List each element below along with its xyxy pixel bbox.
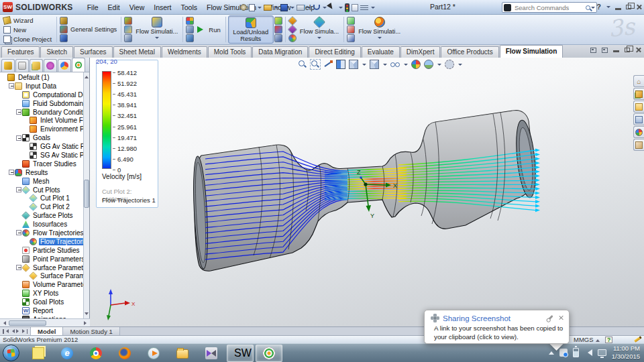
battery-icon[interactable] xyxy=(573,348,579,357)
taskbar-chrome[interactable] xyxy=(83,345,109,362)
tree-item-xy-plots[interactable]: XY Plots xyxy=(0,289,83,298)
search-tools-icon[interactable] xyxy=(124,34,132,42)
quick-tips-icon[interactable] xyxy=(605,337,612,343)
tree-item-computational-don[interactable]: Computational Don xyxy=(0,90,83,99)
scroll-right-icon[interactable] xyxy=(84,321,89,325)
options-icon[interactable] xyxy=(360,4,368,11)
animation-icon[interactable] xyxy=(288,34,297,42)
expand-toggle-icon[interactable] xyxy=(16,109,21,115)
previous-tab-icon[interactable] xyxy=(10,329,15,333)
solve-icon[interactable] xyxy=(186,25,194,34)
general-settings-button[interactable]: General Settings xyxy=(68,15,119,44)
tab-direct-editing[interactable]: Direct Editing xyxy=(309,46,360,58)
minimize-document-icon[interactable] xyxy=(613,50,619,52)
tree-item-cut-plots[interactable]: Cut Plots xyxy=(0,186,83,194)
expand-toggle-icon[interactable] xyxy=(9,170,14,175)
network-icon[interactable] xyxy=(598,349,606,356)
expand-toggle-icon[interactable] xyxy=(16,135,21,141)
minimize-button[interactable] xyxy=(615,8,621,10)
popup-message[interactable]: A link to your screenshot has been copie… xyxy=(434,324,566,341)
load-unload-results-button[interactable]: Load/Unload Results xyxy=(228,15,274,44)
menu-edit[interactable]: Edit xyxy=(103,2,125,13)
tree-item-particle-studies[interactable]: Particle Studies xyxy=(0,246,83,255)
task-pane-toolbox[interactable] xyxy=(633,113,644,125)
chevron-down-icon[interactable] xyxy=(339,7,343,11)
goal-plot-icon[interactable] xyxy=(347,25,355,34)
tab-dimxpert[interactable]: DimXpert xyxy=(400,46,441,58)
restore-button[interactable] xyxy=(626,5,631,9)
clone-project-button[interactable]: Clone Project xyxy=(2,36,54,43)
chevron-down-icon[interactable] xyxy=(383,64,387,68)
tree-vertical-scrollbar[interactable] xyxy=(83,72,89,318)
hide-show-items-icon[interactable] xyxy=(390,60,400,69)
chevron-down-icon[interactable] xyxy=(371,7,375,11)
tree-item-cut-plot-2[interactable]: Cut Plot 2 xyxy=(0,202,83,211)
command-search[interactable] xyxy=(502,2,597,13)
expand-toggle-icon[interactable] xyxy=(16,230,21,235)
tab-flow-simulation[interactable]: Flow Simulation xyxy=(500,45,564,58)
tab-property-manager[interactable] xyxy=(15,59,29,72)
chevron-down-icon[interactable] xyxy=(437,64,441,68)
taskbar-wmp[interactable] xyxy=(140,345,167,362)
sharing-screenshot-popup[interactable]: Sharing Screenshot A link to your screen… xyxy=(424,310,570,344)
batch-run-icon[interactable] xyxy=(186,34,194,42)
scroll-down-icon[interactable] xyxy=(85,312,89,317)
popup-settings-icon[interactable] xyxy=(547,315,553,321)
boundary-condition-icon[interactable] xyxy=(124,17,132,25)
flow-simulation-dropdown-3[interactable]: Flow Simulati... xyxy=(356,15,403,44)
flow-simulation-dropdown-1[interactable]: Flow Simulati... xyxy=(133,15,180,44)
taskbar-sticky[interactable] xyxy=(25,345,52,362)
tab-mold-tools[interactable]: Mold Tools xyxy=(208,46,252,58)
zoom-area-icon[interactable] xyxy=(311,60,320,69)
new-document-icon[interactable] xyxy=(249,4,255,11)
task-pane-appearances[interactable] xyxy=(633,126,644,138)
tab-flow-simulation-tree[interactable] xyxy=(72,58,85,72)
display-style-icon[interactable] xyxy=(370,60,379,69)
run-button[interactable]: Run xyxy=(195,15,223,44)
tree-item-gg-av-static-pr[interactable]: GG Av Static Pr xyxy=(0,142,83,151)
first-tab-icon[interactable] xyxy=(3,329,9,334)
tab-sheet-metal[interactable]: Sheet Metal xyxy=(113,46,161,58)
chevron-down-icon[interactable] xyxy=(258,7,262,11)
volume-icon[interactable] xyxy=(584,349,592,356)
tree-item-surface-parame[interactable]: Surface Parame xyxy=(0,272,83,280)
units-selector[interactable]: MMGS xyxy=(574,336,600,343)
tree-item-tracer-studies[interactable]: Tracer Studies xyxy=(0,160,83,168)
select-cursor-icon[interactable] xyxy=(329,3,336,11)
search-icon[interactable] xyxy=(586,5,590,10)
tree-item-goals[interactable]: Goals xyxy=(0,133,83,142)
tree-item-point-parameters[interactable]: Point Parameters xyxy=(0,255,83,263)
tree-item-boundary-condition[interactable]: Boundary Condition xyxy=(0,108,83,117)
tree-item-goal-plots[interactable]: Goal Plots xyxy=(0,298,83,306)
taskbar-kmplayer[interactable] xyxy=(198,345,225,362)
taskbar-ie[interactable] xyxy=(54,345,80,362)
units-icon[interactable] xyxy=(60,25,68,34)
report-icon[interactable] xyxy=(347,34,355,42)
tab-features[interactable]: Features xyxy=(1,46,40,58)
chevron-down-icon[interactable] xyxy=(323,7,327,11)
tree-item-report[interactable]: Report xyxy=(0,306,83,315)
tree-item-inlet-volume-fl[interactable]: Inlet Volume Fl xyxy=(0,116,83,125)
tree-item-fluid-subdomains[interactable]: Fluid Subdomains xyxy=(0,99,83,108)
scroll-left-icon[interactable] xyxy=(1,321,6,325)
save-results-icon[interactable] xyxy=(274,34,282,42)
tab-office-products[interactable]: Office Products xyxy=(441,46,498,58)
help-icon[interactable]: ? xyxy=(596,3,601,11)
mesh-icon[interactable] xyxy=(186,17,194,25)
tab-feature-manager[interactable] xyxy=(1,59,15,72)
brush-icon[interactable] xyxy=(274,17,282,25)
start-button[interactable] xyxy=(3,345,19,361)
search-scope-icon[interactable] xyxy=(504,4,511,11)
doc-tab-motion-study-1[interactable]: Motion Study 1 xyxy=(63,327,119,335)
open-icon[interactable] xyxy=(264,5,272,11)
expand-toggle-icon[interactable] xyxy=(16,187,21,192)
expand-toggle-icon[interactable] xyxy=(9,83,14,88)
search-input[interactable] xyxy=(513,3,586,12)
last-tab-icon[interactable] xyxy=(22,329,28,334)
xy-plot-icon[interactable] xyxy=(347,17,355,25)
task-pane-home[interactable] xyxy=(633,75,644,87)
next-tab-icon[interactable] xyxy=(16,329,21,333)
menu-view[interactable]: View xyxy=(125,2,150,13)
chevron-down-icon[interactable] xyxy=(307,7,311,11)
edit-appearance-icon[interactable] xyxy=(411,60,421,69)
